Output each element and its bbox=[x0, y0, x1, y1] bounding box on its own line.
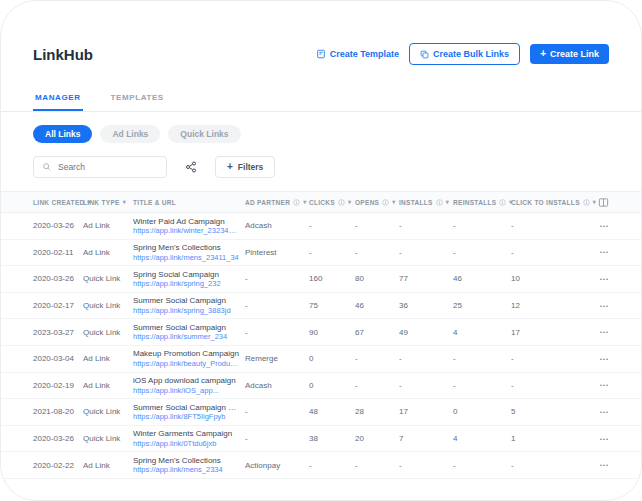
col-header-click-to-installs[interactable]: CLICK TO INSTALLS ▾ bbox=[511, 199, 589, 206]
table-row[interactable]: 2020-02-19 Ad Link iOS App download camp… bbox=[1, 373, 641, 400]
tab-manager[interactable]: MANAGER bbox=[33, 85, 83, 111]
col-header-title-url[interactable]: TITLE & URL bbox=[133, 199, 245, 206]
cell-link-created: 2020-02-17 bbox=[33, 301, 83, 310]
link-url[interactable]: https://app.link/beauty_Produc... bbox=[133, 359, 239, 368]
cell-ad-partner: - bbox=[245, 407, 309, 416]
cell-clicks: 160 bbox=[309, 274, 355, 283]
cell-title-url: Summer Social Campaign 2022 https://app.… bbox=[133, 403, 245, 422]
cell-reinstalls: - bbox=[453, 248, 511, 257]
pill-all-links[interactable]: All Links bbox=[33, 125, 92, 143]
cell-opens: 67 bbox=[355, 328, 399, 337]
link-url[interactable]: https://app.link/mens_23411_34 bbox=[133, 253, 239, 262]
link-title: iOS App download campaign bbox=[133, 376, 239, 386]
link-url[interactable]: https://app.link/spring_232 bbox=[133, 279, 239, 288]
top-bar: LinkHub Create Template Create Bulk Link… bbox=[33, 43, 609, 65]
create-template-label: Create Template bbox=[330, 49, 399, 59]
info-icon[interactable] bbox=[382, 199, 389, 206]
plus-icon: + bbox=[227, 162, 233, 172]
plus-icon: + bbox=[540, 49, 546, 59]
row-actions-button[interactable]: ••• bbox=[600, 245, 609, 259]
create-bulk-links-label: Create Bulk Links bbox=[433, 49, 509, 59]
col-header-link-type[interactable]: LINK TYPE▾ bbox=[83, 199, 133, 206]
template-icon bbox=[316, 49, 326, 59]
create-link-button[interactable]: + Create Link bbox=[530, 44, 609, 64]
col-header-installs[interactable]: INSTALLS ▾ bbox=[399, 199, 453, 206]
cell-link-created: 2020-03-26 bbox=[33, 434, 83, 443]
row-actions-button[interactable]: ••• bbox=[600, 325, 609, 339]
col-header-opens[interactable]: OPENS ▾ bbox=[355, 199, 399, 206]
sort-caret-icon[interactable]: ▾ bbox=[123, 199, 126, 205]
create-bulk-links-button[interactable]: Create Bulk Links bbox=[409, 43, 520, 65]
row-actions-button[interactable]: ••• bbox=[600, 458, 609, 472]
table-row[interactable]: 2020-03-26 Quick Link Winter Garments Ca… bbox=[1, 426, 641, 453]
row-actions-button[interactable]: ••• bbox=[600, 219, 609, 233]
table-row[interactable]: 2021-08-20 Quick Link Summer Social Camp… bbox=[1, 399, 641, 426]
row-actions-button[interactable]: ••• bbox=[600, 378, 609, 392]
cell-opens: - bbox=[355, 381, 399, 390]
sort-caret-icon[interactable]: ▾ bbox=[348, 199, 351, 205]
info-icon[interactable] bbox=[338, 199, 345, 206]
col-header-ad-partner[interactable]: AD PARTNER ▾ bbox=[245, 199, 309, 206]
table-row[interactable]: 2020-02-17 Quick Link Summer Social Camp… bbox=[1, 293, 641, 320]
tab-templates[interactable]: TEMPLATES bbox=[109, 85, 166, 111]
pill-ad-links[interactable]: Ad Links bbox=[100, 125, 160, 143]
cell-actions: ••• bbox=[589, 299, 609, 313]
search-input[interactable] bbox=[58, 162, 158, 172]
info-icon[interactable] bbox=[499, 199, 506, 206]
table-row[interactable]: 2020-03-26 Quick Link Spring Social Camp… bbox=[1, 266, 641, 293]
link-title: Makeup Promotion Campaign bbox=[133, 349, 239, 359]
pill-quick-links[interactable]: Quick Links bbox=[168, 125, 240, 143]
table-row[interactable]: 2020-03-04 Ad Link Makeup Promotion Camp… bbox=[1, 346, 641, 373]
cell-opens: 46 bbox=[355, 301, 399, 310]
table-body: 2020-03-26 Ad Link Winter Paid Ad Campai… bbox=[1, 213, 641, 479]
row-actions-button[interactable]: ••• bbox=[600, 272, 609, 286]
share-icon bbox=[185, 161, 197, 173]
row-actions-button[interactable]: ••• bbox=[600, 432, 609, 446]
cell-click-to-installs: - bbox=[511, 381, 589, 390]
link-url[interactable]: https://app.link/0Ttdu6jxb bbox=[133, 439, 239, 448]
link-url[interactable]: https://app.link/mens_2334 bbox=[133, 465, 239, 474]
cell-click-to-installs: 5 bbox=[511, 407, 589, 416]
info-icon[interactable] bbox=[293, 199, 300, 206]
search-box[interactable] bbox=[33, 156, 167, 178]
cell-click-to-installs: 17 bbox=[511, 328, 589, 337]
sort-caret-icon[interactable]: ▾ bbox=[392, 199, 395, 205]
create-template-button[interactable]: Create Template bbox=[316, 49, 399, 59]
table-row[interactable]: 2020-03-26 Ad Link Winter Paid Ad Campai… bbox=[1, 213, 641, 240]
cell-reinstalls: 0 bbox=[453, 407, 511, 416]
table-row[interactable]: 2020-02-22 Ad Link Spring Men's Collecti… bbox=[1, 452, 641, 479]
filters-button[interactable]: + Filters bbox=[215, 156, 275, 178]
link-url[interactable]: https://app.link/iOS_app... bbox=[133, 386, 239, 395]
link-url[interactable]: https://app.link/summer_234 bbox=[133, 332, 239, 341]
cell-link-created: 2020-03-04 bbox=[33, 354, 83, 363]
column-settings-button[interactable] bbox=[589, 197, 609, 208]
table-row[interactable]: 2020-02-11 Ad Link Spring Men's Collecti… bbox=[1, 240, 641, 267]
share-button[interactable] bbox=[185, 161, 197, 173]
cell-link-type: Quick Link bbox=[83, 274, 133, 283]
row-actions-button[interactable]: ••• bbox=[600, 299, 609, 313]
cell-click-to-installs: 12 bbox=[511, 301, 589, 310]
layers-icon bbox=[420, 50, 429, 59]
link-url[interactable]: https://app.link/spring_3883jd bbox=[133, 306, 239, 315]
row-actions-button[interactable]: ••• bbox=[600, 405, 609, 419]
cell-ad-partner: Remerge bbox=[245, 354, 309, 363]
cell-reinstalls: 4 bbox=[453, 328, 511, 337]
cell-actions: ••• bbox=[589, 352, 609, 366]
cell-clicks: 0 bbox=[309, 354, 355, 363]
col-header-clicks[interactable]: CLICKS ▾ bbox=[309, 199, 355, 206]
sort-caret-icon[interactable]: ▾ bbox=[303, 199, 306, 205]
cell-installs: - bbox=[399, 248, 453, 257]
cell-reinstalls: - bbox=[453, 354, 511, 363]
info-icon[interactable] bbox=[436, 199, 443, 206]
table-row[interactable]: 2023-03-27 Quick Link Summer Social Camp… bbox=[1, 319, 641, 346]
cell-title-url: Spring Social Campaign https://app.link/… bbox=[133, 270, 245, 289]
cell-click-to-installs: - bbox=[511, 461, 589, 470]
col-header-reinstalls[interactable]: REINSTALLS ▾ bbox=[453, 199, 511, 206]
link-url[interactable]: https://app.link/winter_232341134 bbox=[133, 226, 239, 235]
cell-actions: ••• bbox=[589, 432, 609, 446]
row-actions-button[interactable]: ••• bbox=[600, 352, 609, 366]
col-header-link-created[interactable]: LINK CREATED▾ bbox=[33, 199, 83, 206]
link-url[interactable]: https://app.link/8FT5IlgFpyb bbox=[133, 412, 239, 421]
sort-caret-icon[interactable]: ▾ bbox=[446, 199, 449, 205]
cell-opens: - bbox=[355, 221, 399, 230]
